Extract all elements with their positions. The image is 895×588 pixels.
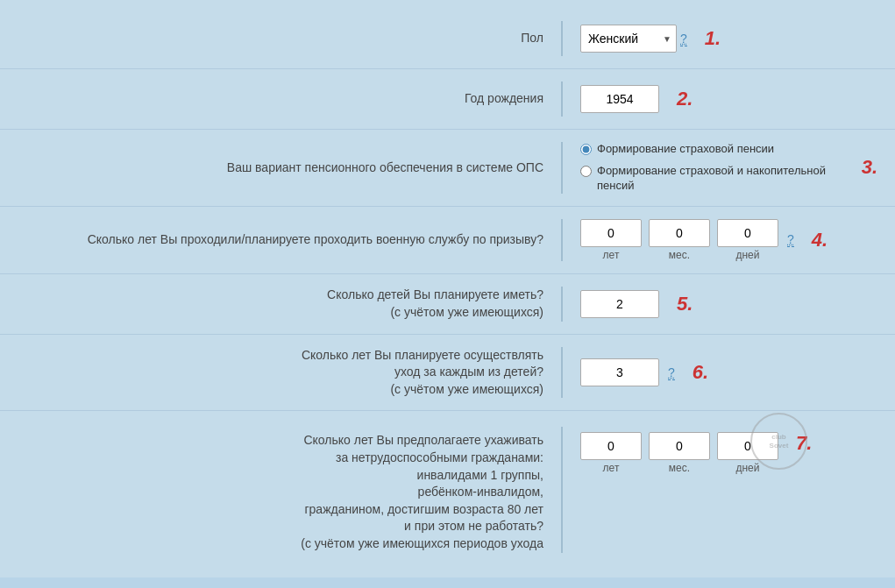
pension-option-2[interactable]: Формирование страховой и накопительной п… [580,164,844,194]
disabled-inputs-row: лет мес. дней [580,432,778,474]
gender-right: Женский Мужской ? 1. [580,25,877,53]
military-service-label: Сколько лет Вы проходили/планируете прох… [18,231,561,249]
military-months-label: мес. [669,249,690,261]
disabled-months-label: мес. [669,462,690,474]
military-days-group: дней [717,219,778,261]
birth-year-right: 2. [580,85,877,113]
pension-type-right: Формирование страховой пенсии Формирован… [580,142,877,194]
child-care-number: 6. [693,361,708,384]
gender-select-wrapper: Женский Мужской ? [580,25,687,53]
row-divider [561,81,563,117]
military-days-input[interactable] [717,219,778,247]
military-triple-inputs: лет мес. дней [580,219,778,261]
gender-number: 1. [705,27,721,50]
children-count-input[interactable] [580,290,659,318]
pension-radio-1[interactable] [580,144,592,155]
pension-type-number: 3. [862,156,877,179]
disabled-years-input[interactable] [580,432,642,460]
gender-label: Пол [18,30,561,47]
disabled-care-right: лет мес. дней 7. club Sovet [580,427,877,474]
pension-option-1-label: Формирование страховой пенсии [597,142,774,157]
row-divider [561,427,563,552]
disabled-care-label: Сколько лет Вы предполагаете ухаживатьза… [18,427,561,552]
military-days-label: дней [735,249,759,261]
pension-radio-2[interactable] [580,166,592,177]
pension-option-2-label: Формирование страховой и накопительной п… [597,164,844,194]
military-service-right: лет мес. дней ? 4. [580,219,877,261]
gender-select-container: Женский Мужской [580,25,677,53]
birth-year-input[interactable] [580,85,659,113]
pension-type-label: Ваш вариант пенсионного обеспечения в си… [18,159,561,177]
military-years-input[interactable] [580,219,642,247]
birth-year-row: Год рождения 2. [0,69,895,130]
disabled-triple-inputs: лет мес. дней [580,432,778,474]
gender-row: Пол Женский Мужской ? 1. [0,9,895,69]
disabled-months-group: мес. [649,432,710,474]
military-number: 4. [812,229,828,251]
military-help-icon[interactable]: ? [787,232,794,247]
gender-help-icon[interactable]: ? [680,32,687,46]
children-count-right: 5. [580,290,877,318]
military-inputs-row: лет мес. дней [580,219,778,261]
gender-select[interactable]: Женский Мужской [580,25,677,53]
military-months-group: мес. [649,219,710,261]
row-divider [561,347,563,399]
disabled-care-row: Сколько лет Вы предполагаете ухаживатьза… [0,411,895,568]
main-container: Пол Женский Мужской ? 1. Год рождения 2 [0,0,895,577]
disabled-months-input[interactable] [649,432,710,460]
child-care-row: Сколько лет Вы планируете осуществлятьух… [0,335,895,412]
birth-year-label: Год рождения [18,90,561,108]
disabled-years-group: лет [580,432,642,474]
child-care-input[interactable] [580,358,659,386]
birth-year-number: 2. [677,88,693,110]
disabled-years-label: лет [603,462,620,474]
children-count-number: 5. [677,293,693,315]
children-count-row: Сколько детей Вы планируете иметь?(с учё… [0,274,895,335]
military-months-input[interactable] [649,219,710,247]
pension-radio-group: Формирование страховой пенсии Формирован… [580,142,844,194]
row-divider [561,219,563,261]
row-divider [561,287,563,322]
pension-option-1[interactable]: Формирование страховой пенсии [580,142,844,157]
row-divider [561,21,563,56]
military-years-group: лет [580,219,642,261]
child-care-right: ? 6. [580,358,877,386]
military-service-row: Сколько лет Вы проходили/планируете прох… [0,207,895,274]
pension-type-row: Ваш вариант пенсионного обеспечения в си… [0,130,895,207]
children-count-label: Сколько детей Вы планируете иметь?(с учё… [18,287,561,321]
row-divider [561,142,563,194]
child-care-label: Сколько лет Вы планируете осуществлятьух… [18,347,561,399]
child-care-help-icon[interactable]: ? [668,365,675,380]
military-years-label: лет [603,249,620,261]
watermark: club Sovet [750,413,807,470]
